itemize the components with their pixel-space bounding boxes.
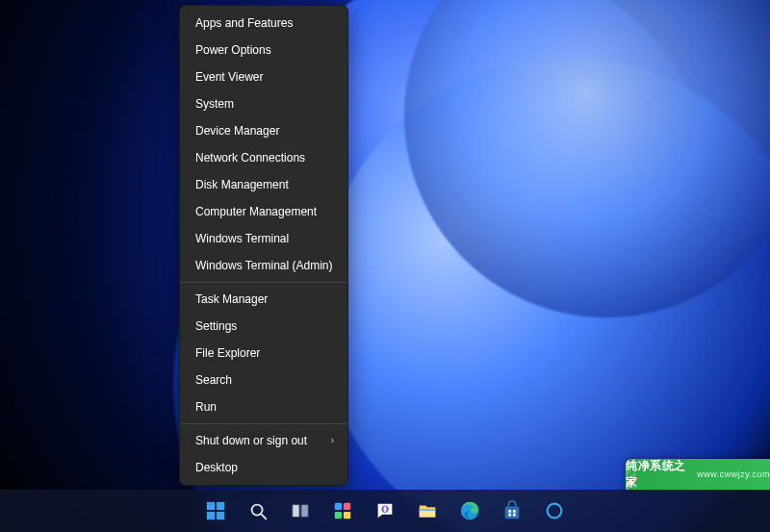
menu-device-manager[interactable]: Device Manager bbox=[180, 117, 347, 144]
menu-item-label: Computer Management bbox=[195, 205, 317, 218]
menu-item-label: Search bbox=[195, 373, 232, 387]
chevron-right-icon: › bbox=[331, 434, 334, 447]
menu-windows-terminal-admin[interactable]: Windows Terminal (Admin) bbox=[180, 252, 347, 279]
svg-rect-13 bbox=[384, 506, 387, 512]
svg-rect-17 bbox=[505, 506, 520, 519]
widgets-icon bbox=[332, 500, 353, 521]
winx-context-menu: Apps and Features Power Options Event Vi… bbox=[179, 5, 348, 486]
menu-item-label: Run bbox=[195, 400, 217, 414]
start-button[interactable] bbox=[198, 494, 233, 528]
svg-rect-21 bbox=[513, 514, 516, 517]
svg-rect-9 bbox=[344, 503, 350, 510]
edge-icon bbox=[459, 500, 480, 521]
menu-item-label: File Explorer bbox=[195, 346, 260, 360]
svg-line-5 bbox=[262, 515, 267, 519]
search-button[interactable] bbox=[241, 494, 275, 528]
watermark-sub: www.cwwjzy.com bbox=[697, 469, 770, 479]
menu-settings[interactable]: Settings bbox=[180, 313, 347, 340]
task-view-icon bbox=[290, 500, 311, 521]
menu-item-label: Task Manager bbox=[195, 292, 268, 306]
menu-item-label: Windows Terminal (Admin) bbox=[195, 259, 332, 272]
menu-search[interactable]: Search bbox=[180, 367, 347, 393]
svg-rect-15 bbox=[420, 509, 436, 511]
edge-button[interactable] bbox=[452, 494, 487, 528]
menu-item-label: Network Connections bbox=[195, 151, 305, 165]
svg-rect-19 bbox=[513, 510, 516, 513]
svg-rect-11 bbox=[344, 512, 350, 519]
menu-item-label: Disk Management bbox=[195, 178, 289, 191]
menu-item-label: Apps and Features bbox=[195, 16, 293, 30]
windows-logo-icon bbox=[205, 500, 226, 521]
cortana-icon bbox=[544, 500, 565, 521]
menu-system[interactable]: System bbox=[180, 90, 347, 117]
menu-run[interactable]: Run bbox=[180, 393, 347, 420]
menu-task-manager[interactable]: Task Manager bbox=[180, 286, 347, 313]
menu-item-label: Settings bbox=[195, 319, 237, 333]
menu-file-explorer[interactable]: File Explorer bbox=[180, 340, 347, 367]
menu-item-label: Event Viewer bbox=[195, 70, 263, 84]
menu-shutdown-signout[interactable]: Shut down or sign out › bbox=[180, 427, 347, 454]
menu-apps-and-features[interactable]: Apps and Features bbox=[180, 10, 347, 37]
svg-rect-0 bbox=[207, 502, 215, 510]
menu-computer-management[interactable]: Computer Management bbox=[180, 198, 347, 225]
cortana-button[interactable] bbox=[537, 494, 572, 528]
menu-desktop[interactable]: Desktop bbox=[180, 454, 347, 481]
taskbar-center-icons bbox=[198, 494, 572, 528]
menu-event-viewer[interactable]: Event Viewer bbox=[180, 63, 347, 90]
chat-icon bbox=[374, 500, 396, 521]
svg-rect-3 bbox=[217, 512, 224, 519]
svg-rect-10 bbox=[335, 512, 342, 519]
svg-point-4 bbox=[252, 505, 263, 516]
svg-rect-6 bbox=[293, 505, 299, 518]
menu-item-label: Power Options bbox=[195, 43, 271, 57]
taskbar bbox=[0, 490, 770, 532]
menu-item-label: Shut down or sign out bbox=[195, 434, 307, 447]
watermark-text: 纯净系统之家 bbox=[626, 459, 693, 490]
folder-icon bbox=[417, 500, 438, 521]
task-view-button[interactable] bbox=[283, 494, 318, 528]
svg-rect-2 bbox=[207, 512, 215, 519]
svg-rect-1 bbox=[217, 502, 224, 510]
menu-separator bbox=[180, 423, 347, 424]
menu-item-label: Device Manager bbox=[195, 124, 279, 138]
store-button[interactable] bbox=[495, 494, 529, 528]
svg-rect-18 bbox=[508, 510, 511, 513]
watermark-badge: 纯净系统之家 www.cwwjzy.com bbox=[626, 459, 770, 490]
menu-item-label: Windows Terminal bbox=[195, 232, 289, 245]
chat-button[interactable] bbox=[368, 494, 402, 528]
svg-rect-8 bbox=[335, 503, 342, 510]
menu-windows-terminal[interactable]: Windows Terminal bbox=[180, 225, 347, 252]
menu-separator bbox=[180, 282, 347, 283]
svg-rect-7 bbox=[301, 505, 308, 518]
desktop-wallpaper[interactable] bbox=[0, 0, 770, 532]
search-icon bbox=[247, 500, 269, 521]
menu-item-label: System bbox=[195, 97, 234, 111]
svg-rect-20 bbox=[508, 514, 511, 517]
file-explorer-button[interactable] bbox=[410, 494, 445, 528]
menu-disk-management[interactable]: Disk Management bbox=[180, 171, 347, 198]
menu-power-options[interactable]: Power Options bbox=[180, 37, 347, 63]
widgets-button[interactable] bbox=[325, 494, 360, 528]
svg-point-22 bbox=[548, 504, 562, 519]
menu-item-label: Desktop bbox=[195, 461, 238, 474]
menu-network-connections[interactable]: Network Connections bbox=[180, 144, 347, 171]
store-icon bbox=[501, 500, 523, 521]
